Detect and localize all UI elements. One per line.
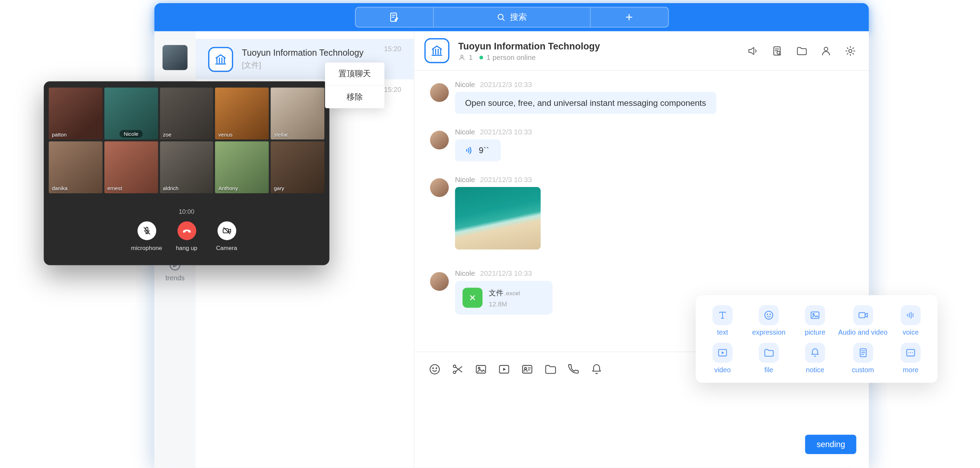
hang-up-button[interactable]: hang up: [167, 222, 206, 251]
conversation-title: Tuoyun Information Technology: [242, 47, 402, 58]
settings-button[interactable]: [844, 45, 856, 56]
file-size: 12.8M: [488, 300, 520, 307]
screenshot-button[interactable]: [451, 363, 465, 376]
emoji-button[interactable]: [428, 363, 441, 376]
expression-icon: [763, 309, 774, 320]
message-meta: Nicole2021/12/3 10:33: [455, 128, 532, 136]
participant-name: danika: [52, 185, 67, 192]
voice-waves-icon: [464, 145, 475, 156]
topbar-search-cluster: 搜索 +: [355, 7, 668, 27]
video-tile: venus: [215, 88, 269, 139]
picture-icon: [474, 363, 488, 376]
video-tile: stellar: [271, 88, 325, 139]
panel-item-file[interactable]: file: [746, 339, 792, 377]
contacts-note-button[interactable]: [355, 8, 434, 27]
panel-label: voice: [903, 328, 919, 336]
participant-name: zoe: [163, 131, 172, 137]
microphone-label: microphone: [131, 244, 162, 251]
message-meta: Nicole2021/12/3 10:33: [455, 176, 541, 184]
participant-name: gary: [274, 185, 284, 192]
panel-label: Audio and video: [838, 328, 888, 336]
plus-icon: +: [625, 10, 633, 24]
panel-item-expression[interactable]: expression: [746, 302, 792, 339]
search-placeholder: 搜索: [510, 11, 527, 22]
message-input[interactable]: [428, 393, 856, 430]
sender-avatar[interactable]: [430, 83, 449, 102]
participant-name: stellar: [274, 131, 288, 137]
panel-item-notice[interactable]: notice: [792, 339, 838, 377]
video-play-icon: [717, 347, 728, 358]
chat-title-block: Tuoyun Information Technology 1 1 person…: [458, 40, 600, 61]
compose-area: sending: [414, 387, 869, 468]
panel-item-video[interactable]: video: [700, 339, 746, 377]
trends-label: trends: [165, 274, 185, 282]
picture-button[interactable]: [474, 363, 488, 376]
chat-panel: Tuoyun Information Technology 1 1 person…: [414, 31, 869, 468]
sender-name: Nicole: [455, 176, 475, 184]
file-attachment[interactable]: ✕ 文件.excel 12.8M: [455, 281, 552, 315]
file-button[interactable]: [544, 363, 557, 376]
files-button[interactable]: [795, 45, 807, 56]
hang-up-label: hang up: [176, 244, 197, 251]
top-bar: 搜索 +: [154, 3, 869, 31]
custom-doc-icon: [857, 347, 868, 358]
members-button[interactable]: [820, 45, 832, 56]
folder-icon: [795, 45, 807, 56]
member-count: 1: [469, 54, 473, 61]
panel-item-custom[interactable]: custom: [838, 339, 888, 377]
sender-name: Nicole: [455, 128, 475, 136]
voice-bubble[interactable]: 9``: [455, 140, 500, 161]
announcement-button[interactable]: [747, 45, 759, 56]
video-tile: Nicole: [104, 88, 158, 139]
message-time: 2021/12/3 10:33: [480, 270, 532, 277]
panel-item-picture[interactable]: picture: [792, 302, 838, 339]
search-input[interactable]: 搜索: [434, 8, 590, 27]
app-stage: 搜索 + trends: [0, 0, 980, 468]
file-folder-icon: [763, 347, 774, 358]
video-grid: patton Nicole zoe venus stellar danika e…: [49, 88, 325, 193]
video-tile: aldrich: [160, 141, 213, 193]
sender-avatar[interactable]: [430, 272, 449, 291]
chat-header: Tuoyun Information Technology 1 1 person…: [414, 31, 869, 71]
participant-name: ernest: [108, 185, 122, 192]
panel-item-text[interactable]: text: [700, 302, 746, 339]
scissors-icon: [451, 363, 465, 376]
contact-card-icon: [520, 363, 534, 376]
my-avatar[interactable]: [162, 45, 188, 70]
call-button[interactable]: [567, 363, 580, 376]
message-time: 2021/12/3 10:33: [480, 128, 532, 136]
panel-item-audio-video[interactable]: Audio and video: [838, 302, 888, 339]
online-dot: [480, 55, 484, 59]
pin-chat-menu-item[interactable]: 置顶聊天: [325, 63, 385, 85]
chat-record-search-button[interactable]: [771, 45, 783, 56]
notice-bell-icon: [810, 347, 821, 358]
video-button[interactable]: [498, 363, 511, 376]
camera-toggle[interactable]: Camera: [207, 222, 246, 251]
sender-name: Nicole: [455, 81, 475, 88]
video-tile: Anthony: [215, 141, 269, 193]
sender-avatar[interactable]: [430, 131, 449, 149]
participant-name: Nicole: [119, 130, 143, 138]
remove-menu-item[interactable]: 移除: [325, 85, 385, 108]
send-button[interactable]: sending: [805, 434, 856, 454]
message-time: 2021/12/3 10:33: [480, 176, 532, 184]
picture-icon: [810, 309, 821, 320]
participant-name: venus: [218, 131, 233, 137]
add-button[interactable]: +: [590, 8, 668, 27]
excel-file-icon: ✕: [463, 288, 482, 307]
phone-icon: [567, 363, 580, 376]
contact-card-button[interactable]: [520, 363, 534, 376]
video-tile: ernest: [104, 141, 158, 193]
panel-item-voice[interactable]: voice: [888, 302, 934, 339]
microphone-toggle[interactable]: microphone: [127, 222, 165, 251]
video-tile: zoe: [160, 88, 213, 139]
notification-button[interactable]: [590, 363, 603, 376]
sender-avatar[interactable]: [430, 178, 449, 197]
panel-item-more[interactable]: more: [888, 339, 934, 377]
video-tile: patton: [49, 88, 102, 139]
camera-label: Camera: [216, 244, 237, 251]
text-icon: [717, 309, 728, 320]
mic-off-icon: [142, 226, 152, 236]
beach-photo-thumbnail[interactable]: [455, 187, 541, 250]
video-tile: danika: [49, 141, 102, 193]
